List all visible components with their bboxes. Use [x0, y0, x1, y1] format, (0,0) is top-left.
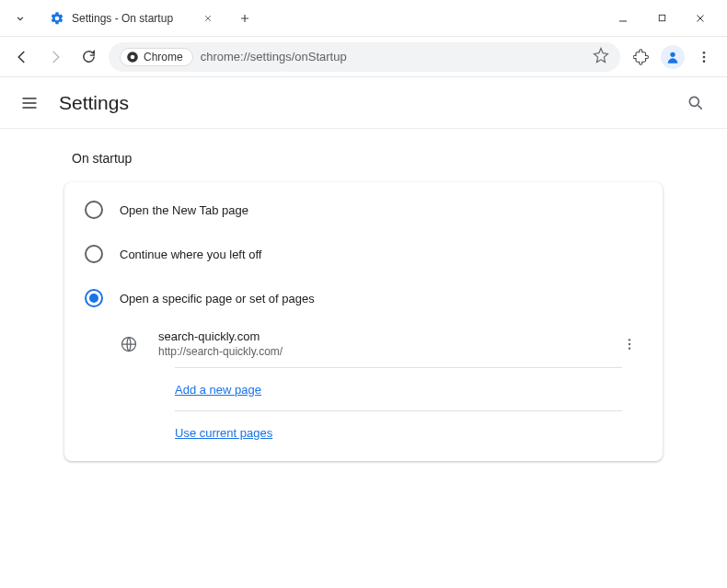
radio-button[interactable] [85, 289, 103, 307]
radio-label: Open a specific page or set of pages [120, 292, 315, 306]
tab-search-dropdown[interactable] [6, 5, 35, 32]
extensions-button[interactable] [628, 43, 655, 71]
chevron-down-icon [14, 12, 27, 25]
browser-tab[interactable]: Settings - On startup [40, 3, 225, 34]
new-tab-button[interactable] [232, 6, 258, 31]
option-new-tab[interactable]: Open the New Tab page [64, 188, 663, 232]
use-current-row: Use current pages [175, 410, 622, 454]
radio-label: Open the New Tab page [120, 203, 248, 217]
svg-point-5 [703, 55, 706, 58]
hamburger-icon [20, 94, 39, 112]
minimize-icon [617, 13, 629, 24]
maximize-icon [657, 13, 667, 23]
add-page-row: Add a new page [175, 367, 622, 410]
svg-point-2 [131, 54, 135, 59]
use-current-link[interactable]: Use current pages [175, 426, 272, 440]
window-close-button[interactable] [685, 6, 716, 31]
settings-header: Settings [0, 77, 727, 129]
browser-titlebar: Settings - On startup [0, 0, 727, 37]
url-text: chrome://settings/onStartup [201, 50, 585, 63]
option-continue[interactable]: Continue where you left off [64, 232, 663, 276]
add-page-link[interactable]: Add a new page [175, 383, 261, 397]
svg-point-7 [689, 97, 698, 106]
globe-icon [120, 335, 138, 353]
svg-rect-0 [659, 15, 664, 20]
arrow-left-icon [14, 49, 30, 65]
window-minimize-button[interactable] [607, 6, 639, 31]
close-icon [203, 14, 213, 23]
page-title: Settings [59, 92, 681, 114]
extensions-icon [633, 49, 650, 65]
forward-button[interactable] [42, 44, 68, 70]
search-icon [687, 94, 705, 112]
gear-icon [50, 11, 64, 26]
window-controls [607, 6, 727, 31]
arrow-right-icon [47, 49, 63, 65]
plus-icon [238, 12, 251, 25]
radio-button[interactable] [85, 245, 103, 263]
back-button[interactable] [9, 44, 35, 70]
startup-page-more-button[interactable] [617, 331, 642, 357]
tab-close-button[interactable] [201, 11, 215, 26]
startup-card: Open the New Tab page Continue where you… [64, 182, 663, 461]
more-vertical-icon [697, 50, 711, 64]
svg-point-10 [629, 342, 630, 344]
radio-label: Continue where you left off [120, 248, 261, 261]
svg-point-4 [703, 52, 706, 54]
radio-button[interactable] [85, 201, 103, 219]
bookmark-button[interactable] [593, 47, 609, 67]
svg-point-9 [629, 339, 630, 340]
svg-point-11 [629, 347, 630, 349]
svg-point-3 [670, 52, 675, 56]
close-icon [695, 13, 706, 24]
star-icon [593, 47, 609, 63]
more-vertical-icon [622, 337, 637, 352]
startup-page-item: search-quickly.com http://search-quickly… [120, 320, 642, 367]
reload-button[interactable] [75, 44, 101, 70]
settings-menu-button[interactable] [17, 90, 42, 116]
site-chip[interactable]: Chrome [120, 48, 193, 66]
reload-icon [81, 49, 97, 64]
settings-content: On startup Open the New Tab page Continu… [0, 129, 727, 483]
profile-button[interactable] [661, 45, 685, 69]
tab-title: Settings - On startup [72, 12, 201, 25]
person-icon [665, 50, 680, 64]
address-bar[interactable]: Chrome chrome://settings/onStartup [109, 42, 620, 72]
window-maximize-button[interactable] [646, 6, 677, 31]
browser-toolbar: Chrome chrome://settings/onStartup [0, 37, 727, 77]
startup-page-url: http://search-quickly.com/ [158, 345, 617, 358]
chrome-menu-button[interactable] [690, 43, 718, 71]
startup-page-list: search-quickly.com http://search-quickly… [64, 320, 663, 454]
chrome-icon [126, 51, 139, 63]
site-chip-label: Chrome [144, 51, 183, 63]
svg-point-6 [703, 60, 706, 63]
startup-page-name: search-quickly.com [158, 329, 617, 343]
settings-search-button[interactable] [681, 88, 710, 118]
section-title: On startup [64, 151, 663, 166]
option-specific-pages[interactable]: Open a specific page or set of pages [64, 276, 663, 320]
